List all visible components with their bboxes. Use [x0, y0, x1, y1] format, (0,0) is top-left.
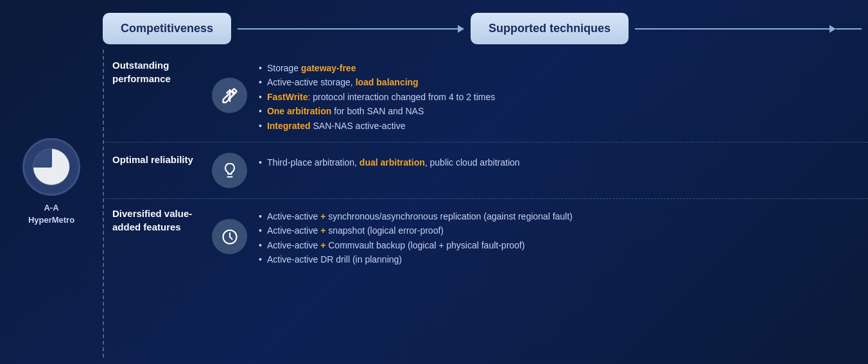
section-performance: Outstanding performance Storage gateway-… — [103, 49, 868, 143]
arrow-line-left — [238, 28, 458, 30]
section-reliability: Optimal reliability Third-place arbitrat… — [103, 143, 868, 199]
header-row: Competitiveness Supported techniques — [103, 6, 868, 49]
bullet-dual-arbitration: Third-place arbitration, dual arbitratio… — [259, 155, 868, 169]
vertical-divider — [103, 49, 104, 358]
bullet-gateway-free: Storage gateway-free — [259, 61, 868, 75]
section-diversified: Diversified value-added features Active-… — [103, 199, 868, 275]
content-area: Competitiveness Supported techniques Out… — [103, 0, 868, 364]
logo-line1: A-A — [44, 203, 58, 212]
performance-content: Storage gateway-free Active-active stora… — [259, 58, 868, 133]
reliability-label: Optimal reliability — [103, 153, 212, 166]
reliability-icon — [212, 153, 247, 188]
logo-line2: HyperMetro — [28, 215, 74, 225]
bullet-one-arbitration: One arbitration for both SAN and NAS — [259, 104, 868, 118]
arrow-head — [458, 25, 464, 33]
header-arrow — [238, 25, 464, 33]
bullet-integrated: Integrated SAN-NAS active-active — [259, 119, 868, 133]
bullet-fastwrite: FastWrite: protocol interaction changed … — [259, 90, 868, 104]
diversified-content: Active-active + synchronous/asynchronous… — [259, 207, 868, 267]
reliability-content: Third-place arbitration, dual arbitratio… — [259, 153, 868, 169]
sections-wrapper: Outstanding performance Storage gateway-… — [103, 49, 868, 358]
bullet-snapshot: Active-active + snapshot (logical error-… — [259, 223, 868, 238]
bullet-commvault: Active-active + Commvault backup (logica… — [259, 238, 868, 252]
bullet-sync-replication: Active-active + synchronous/asynchronous… — [259, 209, 868, 223]
logo-label: A-A HyperMetro — [28, 202, 74, 225]
arrow-head-right — [829, 25, 836, 33]
performance-icon — [212, 78, 247, 113]
bullet-dr-drill: Active-active DR drill (in planning) — [259, 252, 868, 266]
competitiveness-box: Competitiveness — [103, 13, 231, 44]
diversified-label: Diversified value-added features — [103, 207, 212, 234]
arrow-tail — [836, 28, 862, 30]
arrow-line-right — [635, 28, 829, 30]
diversified-icon — [212, 219, 247, 254]
main-container: A-A HyperMetro Competitiveness Supported… — [0, 0, 868, 364]
pie-chart-icon — [22, 138, 80, 196]
bullet-load-balancing: Active-active storage, load balancing — [259, 75, 868, 89]
logo-area: A-A HyperMetro — [0, 125, 103, 238]
header-arrow-right — [635, 25, 862, 33]
supported-techniques-box: Supported techniques — [471, 13, 629, 44]
performance-label: Outstanding performance — [103, 58, 212, 85]
